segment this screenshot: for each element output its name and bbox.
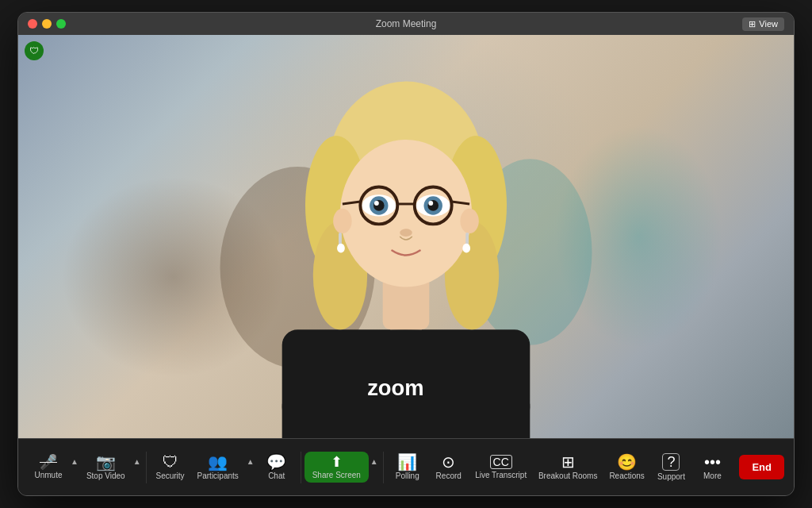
end-label: End [752,461,772,473]
view-label: View [759,19,778,29]
share-screen-button[interactable]: ⬆ Share Screen [304,452,369,483]
window-title: Zoom Meeting [376,18,437,29]
svg-point-13 [460,209,478,233]
breakout-rooms-button[interactable]: ⊞ Breakout Rooms [533,451,603,483]
divider-2 [301,452,301,483]
svg-point-11 [340,140,472,287]
more-icon: ••• [704,454,721,470]
reactions-icon: 😊 [617,454,637,470]
support-icon: ? [662,453,680,471]
participant-video: zoom [18,35,794,438]
mic-icon: 🎤 [40,455,57,469]
end-button[interactable]: End [739,455,784,479]
close-button[interactable] [28,19,37,29]
title-bar: Zoom Meeting ⊞ View [18,13,794,35]
reactions-button[interactable]: 😊 Reactions [603,451,651,483]
svg-text:zoom: zoom [367,375,423,400]
video-icon: 📷 [96,454,116,470]
maximize-button[interactable] [56,19,66,29]
participants-label: Participants [197,471,239,480]
record-button[interactable]: ⊙ Record [428,451,469,483]
security-badge: 🛡 [25,41,44,60]
live-transcript-label: Live Transcript [475,471,527,479]
traffic-lights [28,19,66,29]
cc-icon: CC [490,455,512,469]
polling-button[interactable]: 📊 Polling [387,451,428,483]
reactions-label: Reactions [609,471,644,480]
unmute-group: 🎤 Unmute ▲ [28,452,80,483]
participants-icon: 👥 [208,454,228,470]
unmute-arrow[interactable]: ▲ [69,457,80,466]
view-icon: ⊞ [749,19,756,29]
shield-icon: 🛡 [29,45,39,56]
share-screen-label: Share Screen [312,471,361,479]
breakout-label: Breakout Rooms [538,471,597,480]
polling-label: Polling [396,471,419,480]
more-button[interactable]: ••• More [691,451,733,483]
support-label: Support [657,472,685,481]
svg-point-21 [428,201,433,206]
divider-3 [383,452,384,483]
participants-button[interactable]: 👥 Participants [191,451,245,483]
stop-video-label: Stop Video [86,471,125,480]
svg-point-30 [337,244,345,253]
svg-point-17 [374,201,379,206]
unmute-button[interactable]: 🎤 Unmute [28,452,69,483]
svg-point-12 [333,209,351,233]
record-icon: ⊙ [442,454,455,470]
view-button[interactable]: ⊞ View [742,17,784,31]
breakout-icon: ⊞ [561,454,575,470]
security-label: Security [155,471,184,480]
main-content: zoom [18,35,794,438]
security-button[interactable]: 🛡 Security [150,451,191,483]
unmute-label: Unmute [34,471,62,479]
video-arrow[interactable]: ▲ [132,457,143,466]
share-arrow[interactable]: ▲ [369,457,380,466]
participants-arrow[interactable]: ▲ [245,457,256,466]
svg-point-31 [462,244,470,253]
minimize-button[interactable] [42,19,52,29]
toolbar: 🎤 Unmute ▲ 📷 Stop Video ▲ 🛡 Security 👥 P… [18,438,794,495]
live-transcript-button[interactable]: CC Live Transcript [469,452,533,483]
stop-video-button[interactable]: 📷 Stop Video [80,451,132,483]
divider-1 [146,452,147,483]
stop-video-group: 📷 Stop Video ▲ [80,451,143,483]
more-label: More [703,471,722,480]
polling-icon: 📊 [397,454,417,470]
chat-label: Chat [268,471,285,480]
zoom-window: Zoom Meeting ⊞ View zoom [17,12,795,496]
support-button[interactable]: ? Support [650,450,691,484]
chat-button[interactable]: 💬 Chat [256,451,297,483]
record-label: Record [436,471,462,480]
video-area: zoom [18,35,794,438]
share-screen-group: ⬆ Share Screen ▲ [304,452,380,483]
security-icon: 🛡 [163,454,178,470]
share-screen-icon: ⬆ [331,455,343,469]
chat-icon: 💬 [266,454,286,470]
participants-group: 👥 Participants ▲ [191,451,256,483]
svg-point-27 [400,229,412,237]
